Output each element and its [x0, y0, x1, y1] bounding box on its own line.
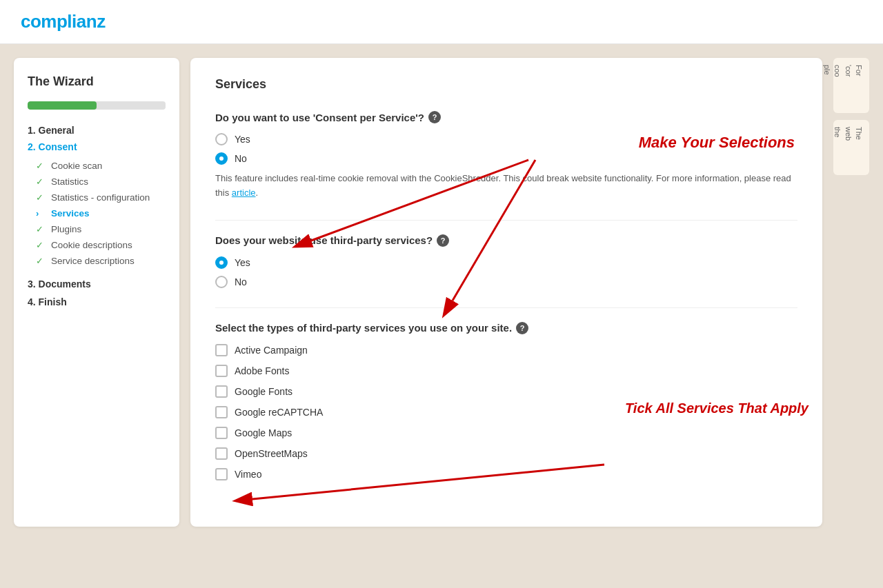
help-icon-1[interactable]: ? [428, 111, 441, 123]
radio-input-yes-2[interactable] [215, 256, 228, 269]
checkbox-label-google-recaptcha: Google reCAPTCHA [235, 407, 323, 418]
question-consent-per-service: Do you want to use 'Consent per Service'… [215, 111, 797, 201]
checkbox-input-google-fonts[interactable] [215, 385, 228, 398]
checkbox-label-google-maps: Google Maps [235, 427, 292, 438]
info-link-1[interactable]: article [232, 187, 256, 198]
sidebar-item-cookie-desc[interactable]: ✓ Cookie descriptions [30, 237, 166, 253]
radio-input-no-1[interactable] [215, 152, 228, 165]
radio-yes-1[interactable]: Yes [215, 133, 797, 145]
checkbox-label-active-campaign: Active Campaign [235, 345, 308, 356]
question-label-1: Do you want to use 'Consent per Service'… [215, 111, 797, 123]
progress-bar [28, 101, 166, 110]
question-label-3: Select the types of third-party services… [215, 322, 797, 334]
checkbox-google-maps[interactable]: Google Maps [215, 427, 797, 439]
sidebar-title: The Wizard [28, 74, 166, 89]
radio-input-yes-1[interactable] [215, 133, 228, 145]
check-icon-plugins: ✓ [36, 224, 46, 234]
main-content: Make Your Selections Tick All Services T… [190, 58, 822, 527]
checkbox-input-active-campaign[interactable] [215, 344, 228, 356]
sidebar-item-statistics[interactable]: ✓ Statistics [30, 174, 166, 190]
radio-label-no-1: No [235, 153, 247, 164]
sidebar-item-finish[interactable]: 4. Finish [28, 296, 166, 307]
sidebar-item-consent[interactable]: 2. Consent [28, 141, 166, 152]
right-panel: For'corcoople Thewebthe [833, 58, 869, 175]
checkbox-label-vimeo: Vimeo [235, 469, 261, 480]
question-text-1: Do you want to use 'Consent per Service'… [215, 112, 424, 123]
sidebar-item-cookie-scan-label: Cookie scan [51, 161, 102, 171]
help-icon-3[interactable]: ? [516, 322, 528, 334]
sidebar-item-cookie-scan[interactable]: ✓ Cookie scan [30, 158, 166, 174]
sidebar-item-services[interactable]: › Services [30, 205, 166, 221]
checkbox-input-adobe-fonts[interactable] [215, 365, 228, 377]
right-card-2: Thewebthe [833, 120, 869, 175]
right-card-1: For'corcoople [833, 58, 869, 113]
question-text-2: Does your website use third-party servic… [215, 234, 433, 246]
checkbox-google-fonts[interactable]: Google Fonts [215, 385, 797, 398]
radio-no-2[interactable]: No [215, 276, 797, 288]
checkbox-input-vimeo[interactable] [215, 468, 228, 480]
question-service-types: Select the types of third-party services… [215, 322, 797, 480]
header: complianz [0, 0, 883, 44]
radio-yes-2[interactable]: Yes [215, 256, 797, 269]
logo: complianz [21, 11, 106, 32]
radio-label-no-2: No [235, 276, 247, 287]
progress-bar-fill [28, 101, 97, 110]
check-icon: ✓ [36, 161, 46, 171]
checkbox-active-campaign[interactable]: Active Campaign [215, 344, 797, 356]
arrow-icon-services: › [36, 208, 46, 219]
sidebar-item-documents[interactable]: 3. Documents [28, 278, 166, 290]
sidebar-item-plugins[interactable]: ✓ Plugins [30, 221, 166, 237]
checkbox-adobe-fonts[interactable]: Adobe Fonts [215, 365, 797, 377]
main-layout: The Wizard 1. General 2. Consent ✓ Cooki… [0, 44, 883, 540]
checkbox-google-recaptcha[interactable]: Google reCAPTCHA [215, 406, 797, 418]
sidebar-item-service-desc-label: Service descriptions [51, 256, 135, 266]
checkbox-label-openstreetmaps: OpenStreetMaps [235, 448, 308, 459]
divider-2 [215, 307, 797, 308]
help-icon-2[interactable]: ? [437, 234, 449, 247]
checkbox-input-google-maps[interactable] [215, 427, 228, 439]
sidebar-item-service-desc[interactable]: ✓ Service descriptions [30, 253, 166, 269]
checkbox-openstreetmaps[interactable]: OpenStreetMaps [215, 447, 797, 460]
checkbox-label-adobe-fonts: Adobe Fonts [235, 365, 289, 376]
question-third-party: Does your website use third-party servic… [215, 234, 797, 288]
check-icon-statistics: ✓ [36, 176, 46, 187]
check-icon-cookie-desc: ✓ [36, 240, 46, 250]
radio-label-yes-1: Yes [235, 134, 250, 145]
checkbox-label-google-fonts: Google Fonts [235, 386, 292, 397]
sidebar-item-services-label: Services [51, 208, 90, 219]
divider-1 [215, 220, 797, 221]
sidebar-subsection-consent: ✓ Cookie scan ✓ Statistics ✓ Statistics … [30, 158, 166, 269]
sidebar: The Wizard 1. General 2. Consent ✓ Cooki… [14, 58, 179, 527]
question-label-2: Does your website use third-party servic… [215, 234, 797, 247]
radio-label-yes-2: Yes [235, 257, 250, 268]
sidebar-item-statistics-config-label: Statistics - configuration [51, 192, 150, 203]
checkbox-input-google-recaptcha[interactable] [215, 406, 228, 418]
sidebar-item-plugins-label: Plugins [51, 224, 81, 234]
sidebar-item-cookie-desc-label: Cookie descriptions [51, 240, 132, 250]
question-text-3: Select the types of third-party services… [215, 322, 512, 334]
sidebar-item-statistics-label: Statistics [51, 176, 88, 187]
checkbox-input-openstreetmaps[interactable] [215, 447, 228, 460]
check-icon-stats-config: ✓ [36, 192, 46, 203]
radio-no-1[interactable]: No [215, 152, 797, 165]
sidebar-item-general[interactable]: 1. General [28, 125, 166, 136]
check-icon-service-desc: ✓ [36, 256, 46, 266]
checkbox-vimeo[interactable]: Vimeo [215, 468, 797, 480]
section-title: Services [215, 77, 797, 92]
radio-input-no-2[interactable] [215, 276, 228, 288]
info-text-1: This feature includes real-time cookie r… [215, 172, 797, 201]
sidebar-item-statistics-config[interactable]: ✓ Statistics - configuration [30, 190, 166, 205]
